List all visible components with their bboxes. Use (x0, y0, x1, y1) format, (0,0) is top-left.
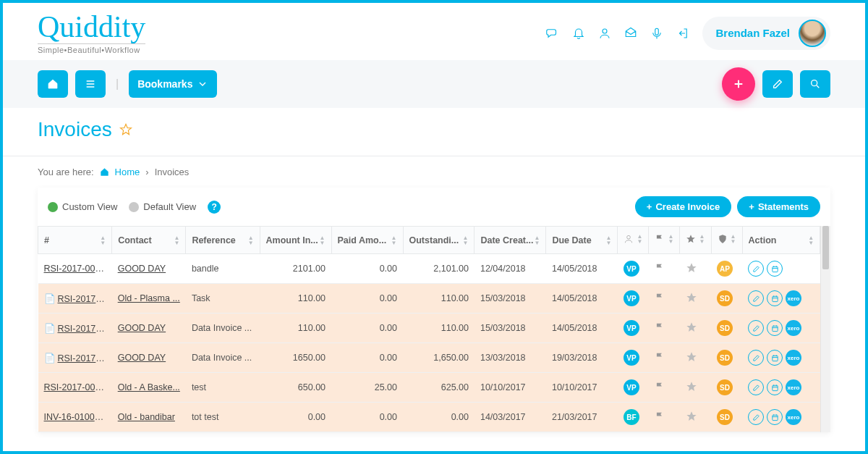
xero-icon[interactable]: xero (786, 320, 801, 336)
col-number[interactable]: #▲▼ (38, 227, 112, 254)
breadcrumb: You are here: Home › Invoices (3, 156, 865, 188)
calendar-icon[interactable] (767, 261, 783, 277)
col-flag[interactable]: ▲▼ (649, 227, 680, 254)
edit-button[interactable] (762, 70, 793, 98)
edit-icon[interactable] (748, 320, 764, 336)
col-outstanding[interactable]: Outstandi...▲▼ (403, 227, 475, 254)
owner-badge[interactable]: VP (624, 320, 639, 336)
status-badge[interactable]: SD (717, 379, 733, 395)
edit-icon[interactable] (748, 261, 764, 277)
owner-badge[interactable]: VP (624, 290, 639, 306)
home-button[interactable] (38, 70, 68, 98)
cell-star[interactable] (680, 314, 711, 343)
breadcrumb-label: You are here: (38, 167, 94, 177)
col-owner[interactable]: ▲▼ (618, 227, 649, 254)
col-paid[interactable]: Paid Amo...▲▼ (331, 227, 403, 254)
edit-icon[interactable] (748, 290, 764, 306)
col-due[interactable]: Due Date▲▼ (546, 227, 618, 254)
contact-link[interactable]: GOOD DAY (118, 264, 166, 274)
page-title: Invoices (38, 118, 830, 141)
logout-icon[interactable] (676, 27, 689, 40)
cell-action: xero (742, 403, 820, 432)
chat-icon[interactable] (546, 27, 559, 40)
cell-number: 📄RSI-2017-... (38, 343, 112, 373)
status-badge[interactable]: AP (717, 261, 733, 277)
owner-badge[interactable]: VP (624, 379, 639, 395)
xero-icon[interactable]: xero (786, 409, 801, 425)
status-badge[interactable]: SD (717, 409, 733, 425)
statements-button[interactable]: +Statements (737, 196, 820, 217)
owner-badge[interactable]: BF (624, 409, 639, 425)
cell-flag[interactable] (649, 343, 680, 373)
cell-reference: test (186, 373, 260, 403)
contact-link[interactable]: GOOD DAY (118, 353, 166, 363)
col-action[interactable]: Action▲▼ (742, 227, 820, 254)
bookmarks-button[interactable]: Bookmarks (129, 70, 217, 98)
edit-icon[interactable] (748, 350, 764, 366)
invoice-link[interactable]: RSI-2017-000... (44, 382, 108, 392)
mic-icon[interactable] (650, 27, 663, 40)
user-name: Brendan Fazel (715, 27, 790, 39)
cell-flag[interactable] (649, 373, 680, 403)
xero-icon[interactable]: xero (786, 290, 801, 306)
person-icon (624, 234, 634, 244)
cell-flag[interactable] (649, 254, 680, 284)
contact-link[interactable]: Old - Plasma ... (118, 293, 180, 303)
search-button[interactable] (800, 70, 830, 98)
bell-icon[interactable] (572, 27, 585, 40)
custom-view-toggle[interactable]: Custom View (48, 201, 117, 213)
xero-icon[interactable]: xero (786, 350, 801, 366)
xero-icon[interactable]: xero (786, 379, 801, 395)
status-badge[interactable]: SD (717, 290, 733, 306)
cell-flag[interactable] (649, 314, 680, 343)
owner-badge[interactable]: VP (624, 261, 639, 277)
calendar-icon[interactable] (767, 320, 783, 336)
calendar-icon[interactable] (767, 290, 783, 306)
page-title-text: Invoices (38, 118, 112, 141)
owner-badge[interactable]: VP (624, 350, 639, 366)
cell-amount: 0.00 (260, 403, 331, 432)
cell-star[interactable] (680, 343, 711, 373)
calendar-icon[interactable] (767, 409, 783, 425)
contact-link[interactable]: Old - bandibar (118, 412, 175, 422)
col-star[interactable]: ▲▼ (680, 227, 711, 254)
help-icon[interactable]: ? (208, 201, 221, 214)
contact-link[interactable]: Old - A Baske... (118, 382, 180, 392)
edit-icon[interactable] (748, 409, 764, 425)
svg-rect-5 (772, 296, 777, 301)
status-badge[interactable]: SD (717, 350, 733, 366)
add-fab[interactable] (722, 67, 755, 101)
cell-star[interactable] (680, 254, 711, 284)
favorite-icon[interactable] (119, 123, 132, 136)
default-view-toggle[interactable]: Default View (129, 201, 196, 213)
cell-star[interactable] (680, 284, 711, 314)
cell-flag[interactable] (649, 403, 680, 432)
status-badge[interactable]: SD (717, 320, 733, 336)
col-status[interactable]: ▲▼ (711, 227, 742, 254)
contact-link[interactable]: GOOD DAY (118, 323, 166, 333)
col-contact[interactable]: Contact▲▼ (112, 227, 186, 254)
cell-star[interactable] (680, 373, 711, 403)
invoice-link[interactable]: RSI-2017-... (58, 294, 106, 304)
breadcrumb-home[interactable]: Home (115, 167, 140, 177)
mail-icon[interactable] (624, 27, 637, 40)
invoice-link[interactable]: RSI-2017-... (58, 324, 106, 334)
calendar-icon[interactable] (767, 379, 783, 395)
calendar-icon[interactable] (767, 350, 783, 366)
col-amount[interactable]: Amount In...▲▼ (260, 227, 331, 254)
cell-star[interactable] (680, 403, 711, 432)
user-chip[interactable]: Brendan Fazel (702, 17, 830, 50)
scrollbar[interactable] (820, 226, 830, 432)
invoice-link[interactable]: RSI-2017-... (58, 353, 106, 363)
edit-icon[interactable] (748, 379, 764, 395)
menu-button[interactable] (75, 70, 106, 98)
col-created[interactable]: Date Creat...▲▼ (475, 227, 546, 254)
create-invoice-button[interactable]: +Create Invoice (635, 196, 731, 217)
invoice-link[interactable]: RSI-2017-000... (44, 264, 108, 274)
person-icon[interactable] (598, 27, 611, 40)
table-row: 📄RSI-2017-...GOOD DAYData Invoice ...110… (38, 314, 820, 343)
col-reference[interactable]: Reference▲▼ (186, 227, 260, 254)
invoice-link[interactable]: INV-16-01003... (44, 412, 108, 422)
cell-flag[interactable] (649, 284, 680, 314)
nav-separator: | (113, 77, 122, 91)
